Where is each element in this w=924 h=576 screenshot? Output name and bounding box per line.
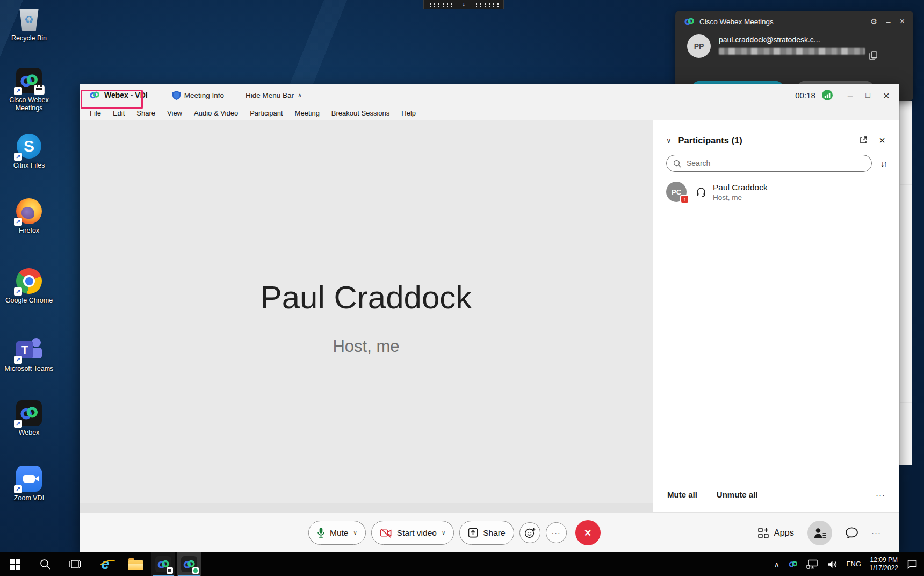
unmute-all-button[interactable]: Unmute all bbox=[717, 490, 758, 499]
apps-button[interactable]: Apps bbox=[758, 528, 794, 538]
folder-icon bbox=[128, 560, 143, 570]
hide-menu-bar-button[interactable]: Hide Menu Bar ∧ bbox=[246, 91, 302, 99]
shortcut-arrow-icon: ↗ bbox=[14, 420, 22, 428]
internet-explorer-icon: e bbox=[101, 557, 109, 572]
share-button[interactable]: Share bbox=[459, 521, 514, 545]
redacted-meeting-link bbox=[719, 48, 865, 55]
shortcut-arrow-icon: ↗ bbox=[14, 218, 22, 226]
start-video-button[interactable]: Start video ∨ bbox=[371, 521, 454, 545]
minimize-icon[interactable]: – bbox=[886, 18, 891, 25]
menu-participant[interactable]: Participant bbox=[244, 109, 288, 117]
copy-icon[interactable] bbox=[869, 51, 877, 60]
chevron-down-icon[interactable]: ∨ bbox=[442, 530, 445, 536]
app-badge-icon bbox=[192, 567, 199, 574]
meeting-info-button[interactable]: Meeting Info bbox=[172, 91, 224, 100]
desktop-icon-microsoft-teams[interactable]: T ↗ Microsoft Teams bbox=[0, 336, 58, 373]
tray-show-hidden-icons[interactable]: ∧ bbox=[774, 560, 779, 568]
date: 1/17/2022 bbox=[870, 564, 898, 572]
close-icon[interactable]: × bbox=[900, 17, 905, 26]
language-indicator[interactable]: ENG bbox=[847, 560, 861, 568]
menu-bar: File Edit Share View Audio & Video Parti… bbox=[80, 106, 899, 120]
taskbar-webex-meeting-active[interactable] bbox=[177, 552, 201, 576]
tray-webex-icon[interactable] bbox=[788, 560, 798, 568]
chevron-down-icon[interactable]: ∨ bbox=[353, 530, 357, 536]
tray-volume-icon[interactable] bbox=[827, 560, 838, 569]
menu-share[interactable]: Share bbox=[131, 109, 161, 117]
webex-icon: ↗ bbox=[16, 400, 42, 426]
avatar: PC ↑ bbox=[666, 182, 687, 202]
mute-button[interactable]: Mute ∨ bbox=[308, 521, 366, 545]
action-center-icon[interactable] bbox=[907, 559, 918, 569]
file-explorer-button[interactable] bbox=[120, 552, 150, 576]
desktop-icon-citrix-files[interactable]: S ↗ Citrix Files bbox=[0, 133, 58, 170]
search-icon bbox=[39, 558, 51, 570]
tray-network-icon[interactable] bbox=[806, 559, 818, 569]
meeting-controls-bar: Mute ∨ Start video ∨ bbox=[80, 512, 899, 552]
pop-out-icon[interactable] bbox=[859, 136, 868, 145]
desktop-icon-firefox[interactable]: ↗ Firefox bbox=[0, 198, 58, 235]
participant-row[interactable]: PC ↑ Paul Craddock Host, me bbox=[666, 182, 886, 202]
taskbar-webex-meetings-running[interactable] bbox=[151, 552, 175, 576]
desktop-icon-cisco-webex-meetings[interactable]: ↗ Cisco Webex Meetings bbox=[0, 67, 58, 112]
desktop-icon-google-chrome[interactable]: ↗ Google Chrome bbox=[0, 268, 58, 305]
vdi-toolbar-grip[interactable]: ↓ bbox=[423, 0, 504, 9]
more-panels-button[interactable]: ··· bbox=[871, 528, 881, 537]
task-view-button[interactable] bbox=[60, 552, 90, 576]
menu-edit[interactable]: Edit bbox=[107, 109, 131, 117]
menu-audio-video[interactable]: Audio & Video bbox=[188, 109, 244, 117]
chat-button[interactable] bbox=[846, 527, 858, 538]
desktop-icon-recycle-bin[interactable]: ♻ Recycle Bin bbox=[0, 5, 58, 42]
avatar: PP bbox=[687, 34, 711, 58]
webex-logo-icon bbox=[89, 91, 100, 99]
camera-off-icon bbox=[380, 528, 392, 538]
shortcut-arrow-icon: ↗ bbox=[14, 153, 22, 161]
sharing-badge-icon: ↑ bbox=[680, 195, 689, 204]
share-screen-icon bbox=[468, 528, 478, 538]
reactions-button[interactable] bbox=[519, 522, 540, 543]
participants-toggle-button[interactable] bbox=[807, 521, 832, 545]
menu-help[interactable]: Help bbox=[395, 109, 422, 117]
mute-all-button[interactable]: Mute all bbox=[667, 490, 697, 499]
shortcut-arrow-icon: ↗ bbox=[14, 356, 22, 364]
pull-down-arrow-icon: ↓ bbox=[462, 1, 465, 8]
maximize-button[interactable]: □ bbox=[865, 91, 870, 99]
apps-grid-icon bbox=[758, 528, 769, 538]
desktop-icon-label: Microsoft Teams bbox=[1, 365, 57, 373]
menu-file[interactable]: File bbox=[84, 109, 107, 117]
calendar-badge-icon bbox=[34, 85, 45, 95]
participants-panel: ∨ Participants (1) × bbox=[653, 120, 899, 512]
end-meeting-button[interactable]: × bbox=[575, 520, 601, 545]
internet-explorer-button[interactable]: e bbox=[90, 552, 120, 576]
desktop-icon-label: Recycle Bin bbox=[1, 34, 57, 42]
account-email: paul.craddock@stratodesk.c... bbox=[719, 35, 877, 44]
recycle-bin-icon: ♻ bbox=[18, 7, 40, 31]
close-panel-icon[interactable]: × bbox=[879, 135, 885, 146]
background-window-edge bbox=[899, 101, 912, 465]
participant-role: Host, me bbox=[713, 193, 768, 201]
more-options-button[interactable]: ··· bbox=[546, 522, 567, 543]
participants-panel-title: Participants (1) bbox=[678, 135, 742, 146]
start-button[interactable] bbox=[0, 552, 30, 576]
stage-bottom-strip bbox=[80, 503, 653, 512]
sort-participants-icon[interactable]: ↓↑ bbox=[880, 159, 886, 168]
headset-icon bbox=[696, 186, 706, 197]
minimize-button[interactable]: – bbox=[848, 91, 853, 100]
shortcut-arrow-icon: ↗ bbox=[14, 287, 22, 296]
menu-meeting[interactable]: Meeting bbox=[289, 109, 326, 117]
search-input[interactable] bbox=[685, 159, 865, 168]
menu-view[interactable]: View bbox=[161, 109, 188, 117]
taskbar-clock[interactable]: 12:09 PM 1/17/2022 bbox=[870, 556, 898, 572]
menu-breakout-sessions[interactable]: Breakout Sessions bbox=[326, 109, 395, 117]
desktop: ♻ Recycle Bin ↗ Cisco Webex Meetings S ↗… bbox=[0, 0, 924, 576]
windows-logo-icon bbox=[10, 559, 20, 570]
desktop-icon-webex[interactable]: ↗ Webex bbox=[0, 400, 58, 437]
close-button[interactable]: × bbox=[883, 90, 890, 101]
chevron-down-icon[interactable]: ∨ bbox=[666, 136, 672, 145]
desktop-icon-zoom-vdi[interactable]: ↗ Zoom VDI bbox=[0, 465, 58, 502]
connection-quality-icon[interactable] bbox=[822, 90, 833, 100]
app-badge-icon bbox=[167, 567, 173, 574]
taskbar-search-button[interactable] bbox=[30, 552, 60, 576]
participant-search[interactable] bbox=[666, 155, 872, 172]
settings-gear-icon[interactable]: ⚙ bbox=[870, 18, 877, 25]
panel-more-icon[interactable]: ··· bbox=[876, 490, 885, 499]
